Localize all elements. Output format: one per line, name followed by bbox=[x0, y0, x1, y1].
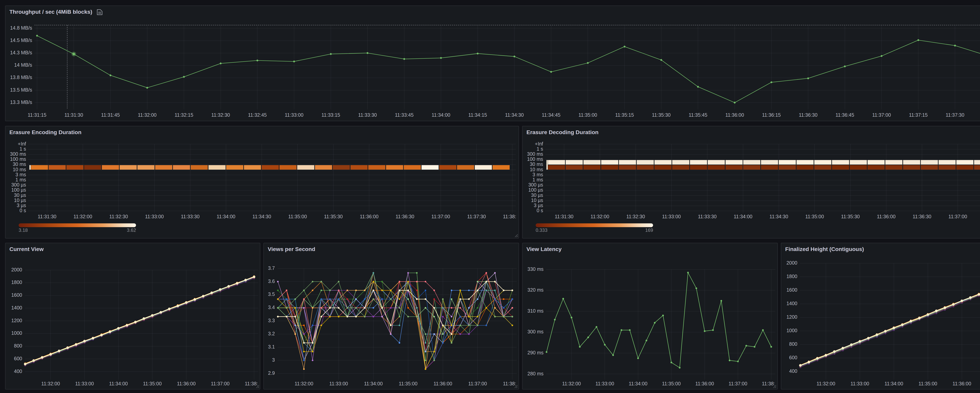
svg-text:Views per Second: Views per Second bbox=[268, 246, 315, 252]
svg-text:11:34:00: 11:34:00 bbox=[364, 381, 383, 386]
svg-text:Current View: Current View bbox=[9, 246, 43, 252]
svg-text:10 ms: 10 ms bbox=[13, 166, 26, 172]
svg-text:Throughput / sec (4MiB blocks): Throughput / sec (4MiB blocks) bbox=[9, 9, 92, 15]
svg-text:11:34:30: 11:34:30 bbox=[770, 214, 788, 219]
svg-text:2000: 2000 bbox=[11, 267, 22, 272]
svg-text:+Inf: +Inf bbox=[535, 141, 543, 146]
svg-text:11:37:00: 11:37:00 bbox=[948, 214, 967, 219]
svg-text:11:38:00: 11:38:00 bbox=[503, 381, 519, 386]
svg-text:View Latency: View Latency bbox=[527, 246, 562, 252]
svg-text:3.4: 3.4 bbox=[268, 305, 275, 310]
svg-text:11:32:15: 11:32:15 bbox=[175, 112, 193, 118]
svg-text:11:32:00: 11:32:00 bbox=[138, 112, 156, 118]
svg-text:3.3: 3.3 bbox=[268, 318, 275, 323]
svg-text:300 ms: 300 ms bbox=[527, 151, 543, 157]
svg-text:11:32:30: 11:32:30 bbox=[109, 214, 127, 219]
svg-text:0 s: 0 s bbox=[537, 208, 543, 213]
svg-text:3.18: 3.18 bbox=[18, 227, 28, 233]
svg-text:11:36:30: 11:36:30 bbox=[799, 112, 817, 118]
svg-text:1400: 1400 bbox=[786, 300, 797, 306]
svg-text:30 ms: 30 ms bbox=[13, 161, 26, 167]
svg-text:11:33:00: 11:33:00 bbox=[662, 214, 681, 219]
svg-text:11:33:00: 11:33:00 bbox=[75, 381, 94, 386]
svg-text:11:37:00: 11:37:00 bbox=[431, 214, 450, 219]
svg-text:100 µs: 100 µs bbox=[528, 187, 543, 192]
svg-text:2.9: 2.9 bbox=[268, 370, 275, 376]
svg-text:11:34:00: 11:34:00 bbox=[629, 381, 648, 386]
svg-text:11:31:30: 11:31:30 bbox=[37, 214, 56, 219]
svg-text:11:34:30: 11:34:30 bbox=[252, 214, 271, 219]
svg-text:2000: 2000 bbox=[786, 260, 797, 265]
svg-text:11:37:15: 11:37:15 bbox=[908, 112, 927, 118]
svg-text:3.62: 3.62 bbox=[127, 227, 136, 233]
svg-text:300 ms: 300 ms bbox=[10, 151, 26, 157]
svg-text:13.5 MB/s: 13.5 MB/s bbox=[10, 87, 32, 93]
svg-text:11:37:30: 11:37:30 bbox=[467, 214, 485, 219]
svg-text:11:31:30: 11:31:30 bbox=[64, 112, 83, 118]
svg-text:3.7: 3.7 bbox=[268, 265, 275, 271]
svg-text:11:36:30: 11:36:30 bbox=[395, 214, 414, 219]
svg-text:11:38:00: 11:38:00 bbox=[762, 381, 778, 386]
svg-text:1800: 1800 bbox=[786, 273, 797, 279]
svg-text:11:32:00: 11:32:00 bbox=[41, 381, 60, 386]
svg-text:400: 400 bbox=[14, 369, 22, 374]
svg-text:11:36:45: 11:36:45 bbox=[835, 112, 854, 118]
svg-text:11:31:45: 11:31:45 bbox=[101, 112, 119, 118]
svg-text:800: 800 bbox=[14, 343, 22, 348]
svg-text:30 ms: 30 ms bbox=[530, 161, 543, 167]
svg-text:300 µs: 300 µs bbox=[528, 182, 543, 187]
svg-text:320 ms: 320 ms bbox=[528, 287, 544, 292]
svg-text:11:34:00: 11:34:00 bbox=[109, 381, 127, 386]
svg-text:11:38:00: 11:38:00 bbox=[245, 381, 260, 386]
svg-text:11:33:30: 11:33:30 bbox=[181, 214, 199, 219]
svg-text:1000: 1000 bbox=[11, 330, 22, 336]
svg-text:11:33:00: 11:33:00 bbox=[595, 381, 614, 386]
svg-text:3 µs: 3 µs bbox=[16, 202, 26, 208]
svg-text:11:34:00: 11:34:00 bbox=[885, 381, 903, 386]
svg-text:11:35:30: 11:35:30 bbox=[841, 214, 860, 219]
svg-text:3.5: 3.5 bbox=[268, 291, 275, 297]
svg-text:14 MB/s: 14 MB/s bbox=[14, 62, 32, 68]
svg-text:11:37:00: 11:37:00 bbox=[872, 112, 891, 118]
svg-text:11:37:30: 11:37:30 bbox=[945, 112, 964, 118]
svg-text:11:34:00: 11:34:00 bbox=[734, 214, 752, 219]
svg-text:11:34:45: 11:34:45 bbox=[541, 112, 560, 118]
svg-text:310 ms: 310 ms bbox=[528, 308, 544, 313]
svg-text:0.333: 0.333 bbox=[536, 227, 547, 233]
svg-text:1 s: 1 s bbox=[19, 146, 26, 152]
svg-text:0 s: 0 s bbox=[19, 208, 26, 213]
svg-text:11:35:30: 11:35:30 bbox=[324, 214, 342, 219]
svg-text:11:35:00: 11:35:00 bbox=[399, 381, 417, 386]
svg-text:3.1: 3.1 bbox=[268, 344, 275, 350]
svg-text:10 µs: 10 µs bbox=[14, 197, 26, 203]
svg-text:11:33:00: 11:33:00 bbox=[329, 381, 348, 386]
svg-text:11:36:00: 11:36:00 bbox=[953, 381, 971, 386]
svg-text:3 ms: 3 ms bbox=[533, 172, 543, 177]
svg-text:11:35:00: 11:35:00 bbox=[288, 214, 307, 219]
svg-text:3 µs: 3 µs bbox=[534, 202, 543, 208]
svg-text:11:36:00: 11:36:00 bbox=[877, 214, 896, 219]
svg-text:1000: 1000 bbox=[786, 328, 797, 333]
svg-text:30 µs: 30 µs bbox=[14, 192, 26, 198]
svg-text:100 ms: 100 ms bbox=[10, 156, 26, 161]
svg-text:11:31:15: 11:31:15 bbox=[27, 112, 46, 118]
svg-text:11:33:15: 11:33:15 bbox=[321, 112, 340, 118]
svg-text:100 µs: 100 µs bbox=[11, 187, 26, 192]
svg-text:169: 169 bbox=[645, 227, 653, 233]
svg-text:1600: 1600 bbox=[786, 287, 797, 292]
svg-text:3.6: 3.6 bbox=[268, 278, 275, 284]
svg-text:300 µs: 300 µs bbox=[11, 182, 26, 187]
svg-text:11:32:30: 11:32:30 bbox=[627, 214, 645, 219]
svg-text:11:36:00: 11:36:00 bbox=[360, 214, 378, 219]
svg-text:10 ms: 10 ms bbox=[530, 166, 543, 172]
svg-text:11:32:00: 11:32:00 bbox=[816, 381, 835, 386]
svg-text:11:32:00: 11:32:00 bbox=[590, 214, 609, 219]
svg-text:11:35:00: 11:35:00 bbox=[918, 381, 937, 386]
svg-text:11:35:00: 11:35:00 bbox=[143, 381, 161, 386]
svg-text:1 s: 1 s bbox=[537, 146, 543, 152]
svg-text:11:37:00: 11:37:00 bbox=[468, 381, 487, 386]
svg-text:13.3 MB/s: 13.3 MB/s bbox=[10, 99, 32, 105]
svg-text:1600: 1600 bbox=[11, 292, 22, 298]
svg-text:1 ms: 1 ms bbox=[15, 177, 26, 182]
svg-text:11:36:30: 11:36:30 bbox=[913, 214, 931, 219]
